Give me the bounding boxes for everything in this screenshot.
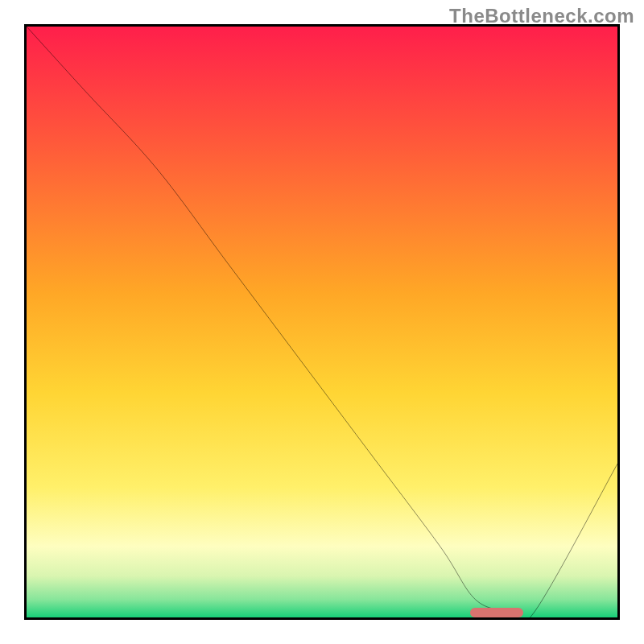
bottleneck-curve [27, 27, 617, 617]
curve-layer [27, 27, 617, 617]
watermark-text: TheBottleneck.com [449, 5, 634, 27]
plot-area [24, 24, 620, 620]
optimal-range-marker [470, 608, 523, 617]
chart-frame: TheBottleneck.com [0, 0, 644, 644]
